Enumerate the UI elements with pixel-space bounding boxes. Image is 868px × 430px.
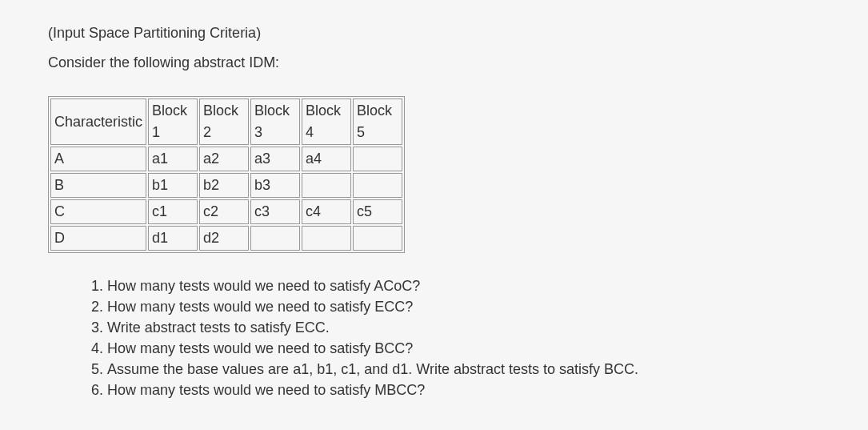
table-row: D d1 d2 [50, 226, 402, 251]
cell-block: a2 [199, 147, 249, 171]
table-header-row: Characteristic Block 1 Block 2 Block 3 B… [50, 98, 402, 145]
header-block-3: Block 3 [250, 98, 300, 145]
header-block-4: Block 4 [302, 98, 351, 145]
cell-block: d1 [148, 226, 198, 251]
cell-block [353, 173, 402, 198]
cell-block [353, 147, 402, 171]
cell-block: c1 [148, 199, 198, 224]
cell-block: a3 [250, 147, 300, 171]
cell-block: b3 [250, 173, 300, 198]
questions-block: How many tests would we need to satisfy … [48, 275, 820, 401]
cell-block [353, 226, 402, 251]
question-item: How many tests would we need to satisfy … [107, 296, 820, 317]
question-item: How many tests would we need to satisfy … [107, 275, 820, 296]
cell-block [302, 173, 351, 198]
cell-block [250, 226, 300, 251]
cell-block: c4 [302, 199, 351, 224]
cell-block: d2 [199, 226, 249, 251]
cell-char: A [50, 147, 146, 171]
cell-block: b1 [148, 173, 198, 198]
cell-block: c3 [250, 199, 300, 224]
header-block-5: Block 5 [353, 98, 402, 145]
table-row: A a1 a2 a3 a4 [50, 147, 402, 171]
cell-block: a1 [148, 147, 198, 171]
cell-block: c5 [353, 199, 402, 224]
cell-block [302, 226, 351, 251]
intro-criteria: (Input Space Partitioning Criteria) [48, 22, 820, 44]
questions-list: How many tests would we need to satisfy … [90, 275, 820, 401]
table-row: C c1 c2 c3 c4 c5 [50, 199, 402, 224]
cell-char: D [50, 226, 146, 251]
cell-char: B [50, 173, 146, 198]
header-block-2: Block 2 [199, 98, 249, 145]
table-row: B b1 b2 b3 [50, 173, 402, 198]
idm-table-wrapper: Characteristic Block 1 Block 2 Block 3 B… [48, 96, 820, 253]
cell-char: C [50, 199, 146, 224]
header-characteristic: Characteristic [50, 98, 146, 145]
cell-block: b2 [199, 173, 249, 198]
cell-block: c2 [199, 199, 249, 224]
header-block-1: Block 1 [148, 98, 198, 145]
idm-table: Characteristic Block 1 Block 2 Block 3 B… [48, 96, 405, 253]
question-item: How many tests would we need to satisfy … [107, 338, 820, 359]
question-item: Write abstract tests to satisfy ECC. [107, 317, 820, 338]
question-item: How many tests would we need to satisfy … [107, 380, 820, 400]
cell-block: a4 [302, 147, 351, 171]
question-item: Assume the base values are a1, b1, c1, a… [107, 359, 820, 380]
intro-prompt: Consider the following abstract IDM: [48, 52, 820, 74]
